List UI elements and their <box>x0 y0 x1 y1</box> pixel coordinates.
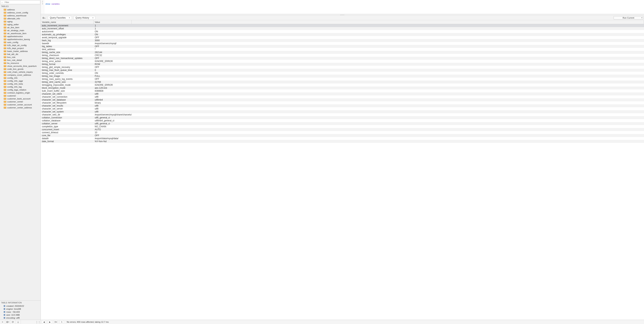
cell-value[interactable]: utf8mb4_general_ci <box>94 119 644 122</box>
cell-variable-name[interactable]: big_tables <box>41 45 94 48</box>
cell-value[interactable]: FULL <box>94 75 644 78</box>
cell-value[interactable]: ON <box>94 33 644 36</box>
add-button[interactable]: ＋ <box>0 320 5 324</box>
table-item[interactable]: config_info_tag <box>0 85 40 88</box>
sql-editor[interactable]: 23 show variables <box>41 0 644 14</box>
refresh-button[interactable]: ⟳ <box>10 320 16 324</box>
gear-button[interactable]: ⚙▾ <box>5 320 10 324</box>
cell-variable-name[interactable]: character_set_connection <box>41 95 94 98</box>
result-row[interactable]: core_fileOFF <box>41 134 644 137</box>
table-item[interactable]: basic_trader_address <box>0 50 40 53</box>
table-item[interactable]: box_rule <box>0 56 40 59</box>
result-row[interactable]: binlog_stmt_cache_size32768 <box>41 81 644 84</box>
table-item[interactable]: air_warehouse_item <box>0 32 40 35</box>
cell-variable-name[interactable]: binlog_cache_size <box>41 51 94 54</box>
cell-variable-name[interactable]: binlog_error_action <box>41 60 94 63</box>
result-row[interactable]: binlog_rows_query_log_eventsOFF <box>41 78 644 81</box>
result-row[interactable]: character_set_clientutf8 <box>41 92 644 95</box>
cell-variable-name[interactable]: block_encryption_mode <box>41 87 94 89</box>
cell-value[interactable]: AUTO <box>94 128 644 131</box>
cell-value[interactable]: aes-128-ecb <box>94 87 644 89</box>
result-row[interactable]: collation_serverutf8_general_ci <box>41 122 644 125</box>
cell-variable-name[interactable]: collation_database <box>41 119 94 122</box>
table-item[interactable]: air_strategy_main <box>0 29 40 32</box>
table-item[interactable]: bat_attr_dic <box>0 53 40 56</box>
result-row[interactable]: binlog_row_imageFULL <box>41 75 644 78</box>
result-row[interactable]: character_set_systemutf8 <box>41 110 644 113</box>
result-row[interactable]: back_log3000 <box>41 39 644 42</box>
cell-value[interactable]: utf8 <box>94 110 644 113</box>
result-row[interactable]: character_sets_dir/export/servers/mysql/… <box>41 113 644 116</box>
cell-value[interactable]: CRC32 <box>94 54 644 57</box>
table-item[interactable]: appforeleinvoice <box>0 35 40 38</box>
table-item[interactable]: address <box>0 8 40 11</box>
table-item[interactable]: box_rule_detail <box>0 59 40 62</box>
cell-variable-name[interactable]: binlog_gtid_simple_recovery <box>41 66 94 69</box>
cell-value[interactable]: utf8 <box>94 104 644 107</box>
result-row[interactable]: binlog_formatROW <box>41 63 644 66</box>
cell-value[interactable]: IGNORE_ERROR <box>94 84 644 87</box>
table-item[interactable]: close_accounts_time_quantum <box>0 65 40 68</box>
result-row[interactable]: autocommitON <box>41 30 644 33</box>
cell-value[interactable]: utf8 <box>94 92 644 95</box>
cell-variable-name[interactable]: character_set_client <box>41 92 94 95</box>
cell-value[interactable]: 8388608 <box>94 89 644 92</box>
table-item[interactable]: customer_center_address <box>0 106 40 109</box>
table-item[interactable]: air_line_item <box>0 26 40 29</box>
cell-value[interactable]: 0 <box>94 69 644 72</box>
cell-value[interactable]: ROW <box>94 63 644 66</box>
cell-value[interactable]: OFF <box>94 45 644 48</box>
table-item[interactable]: config_info_aggr <box>0 79 40 82</box>
cell-variable-name[interactable]: basedir <box>41 42 94 45</box>
cell-variable-name[interactable]: auto_increment_increment <box>41 24 94 27</box>
result-row[interactable]: block_encryption_modeaes-128-ecb <box>41 87 644 89</box>
cell-variable-name[interactable]: datadir <box>41 137 94 140</box>
table-item[interactable]: aging <box>0 20 40 23</box>
result-row[interactable]: basedir/export/servers/mysql/ <box>41 42 644 45</box>
result-row[interactable]: connect_timeout10 <box>41 131 644 134</box>
cell-value[interactable]: OFF <box>94 57 644 60</box>
cell-value[interactable]: ON <box>94 72 644 75</box>
result-row[interactable]: binlog_cache_size262144 <box>41 51 644 54</box>
gear-icon[interactable]: ⚙▾ <box>42 17 46 19</box>
cell-value[interactable]: /export/servers/mysql/share/charsets/ <box>94 113 644 116</box>
editor-code[interactable]: show variables <box>44 0 644 14</box>
cell-variable-name[interactable]: binlog_row_image <box>41 75 94 78</box>
cell-variable-name[interactable]: back_log <box>41 39 94 42</box>
cell-variable-name[interactable]: binlog_max_flush_queue_time <box>41 69 94 72</box>
cell-variable-name[interactable]: bind_address <box>41 48 94 51</box>
result-row[interactable]: binlog_gtid_simple_recoveryOFF <box>41 66 644 69</box>
result-row[interactable]: bind_address* <box>41 48 644 51</box>
cell-value[interactable]: 1 <box>94 27 644 30</box>
table-item[interactable]: cold_chain_vehicle_inquiry <box>0 71 40 74</box>
col-header-value[interactable]: Value <box>94 20 132 24</box>
table-item[interactable]: bs_resource <box>0 62 40 65</box>
table-item[interactable]: customer_bank_account <box>0 97 40 100</box>
table-item[interactable]: config_info_beta <box>0 82 40 85</box>
table-item[interactable]: customer_center_account <box>0 103 40 106</box>
export-button[interactable]: ⎘ <box>60 320 64 324</box>
cell-value[interactable]: utf8 <box>94 107 644 110</box>
run-current-button[interactable]: Run Current ▾ <box>614 16 643 20</box>
result-row[interactable]: binlog_error_actionIGNORE_ERROR <box>41 60 644 63</box>
cell-variable-name[interactable]: character_set_filesystem <box>41 101 94 104</box>
cell-variable-name[interactable]: concurrent_insert <box>41 128 94 131</box>
table-item[interactable]: aftersale_info <box>0 17 40 20</box>
cell-value[interactable]: /export/servers/mysql/ <box>94 42 644 45</box>
table-item[interactable]: b2b_dept_air_config <box>0 44 40 47</box>
table-item[interactable]: address_cover_config <box>0 11 40 14</box>
cell-value[interactable]: * <box>94 48 644 51</box>
cell-value[interactable]: utf8_general_ci <box>94 116 644 119</box>
cell-variable-name[interactable]: binlog_stmt_cache_size <box>41 81 94 84</box>
cell-variable-name[interactable]: binlog_rows_query_log_events <box>41 78 94 81</box>
cell-variable-name[interactable]: core_file <box>41 134 94 137</box>
cell-variable-name[interactable]: automatic_sp_privileges <box>41 33 94 36</box>
result-row[interactable]: character_set_serverutf8 <box>41 107 644 110</box>
result-row[interactable]: auto_increment_increment1 <box>41 24 644 27</box>
result-row[interactable]: binlog_order_commitsON <box>41 72 644 75</box>
result-row[interactable]: date_format%Y-%m-%d <box>41 140 644 143</box>
cell-value[interactable]: 3000 <box>94 39 644 42</box>
table-item[interactable]: appforeleinvoice_taxorg <box>0 38 40 41</box>
cell-variable-name[interactable]: character_set_results <box>41 104 94 107</box>
result-row[interactable]: collation_connectionutf8_general_ci <box>41 116 644 119</box>
